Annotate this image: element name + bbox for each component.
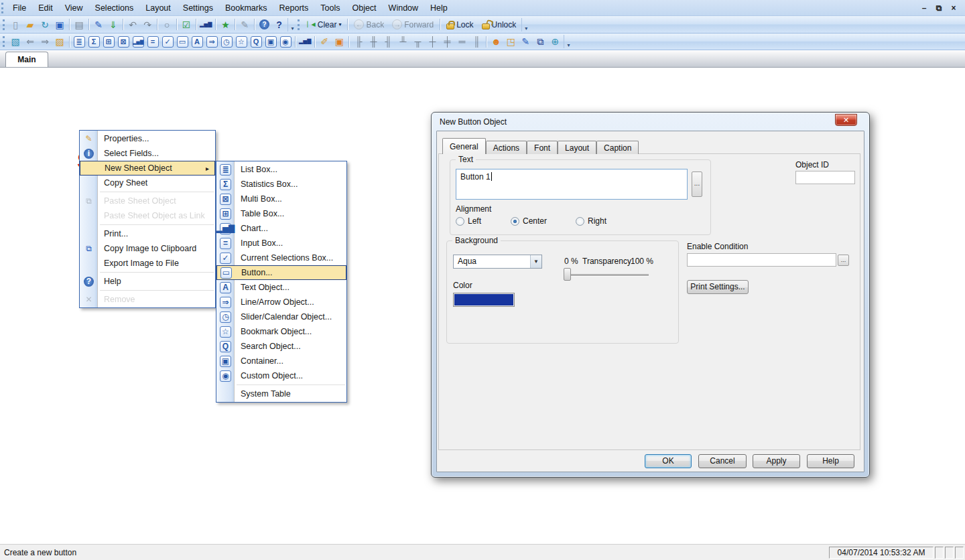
create-text-object-button[interactable]: A — [190, 35, 204, 48]
tab-actions[interactable]: Actions — [486, 141, 527, 154]
menu-properties[interactable]: ✎Properties... — [80, 131, 215, 146]
tab-general[interactable]: General — [442, 138, 486, 154]
add-bookmark-button[interactable]: ★ — [218, 18, 233, 31]
menu-help[interactable]: ?Help — [80, 274, 215, 289]
enable-condition-expression-button[interactable]: ... — [838, 255, 849, 266]
save-button[interactable]: ▣ — [52, 18, 67, 31]
dialog-close-button[interactable]: ✕ — [835, 114, 857, 126]
sheet-tab-main[interactable]: Main — [5, 52, 48, 67]
context-help-button[interactable]: ? — [271, 18, 286, 31]
submenu-line-arrow-object[interactable]: ⇒Line/Arrow Object... — [216, 295, 346, 309]
clear-button[interactable]: ▏◀Clear▾ — [303, 18, 345, 31]
text-expression-button[interactable]: ... — [692, 171, 702, 197]
submenu-list-box[interactable]: ≣List Box... — [216, 162, 346, 177]
create-table-box-button[interactable]: ⊞ — [101, 35, 116, 48]
remove-sheet-button[interactable]: ▨ — [52, 35, 67, 48]
submenu-system-table[interactable]: System Table — [216, 387, 346, 401]
chart-wizard-button[interactable]: ▂▅▇ — [298, 35, 312, 48]
menu-copy-image-to-clipboard[interactable]: ⧉Copy Image to Clipboard — [80, 241, 215, 256]
format-painter-button[interactable]: ✐ — [317, 35, 332, 48]
create-chart-button[interactable]: ▂▅▇ — [131, 35, 145, 48]
submenu-multi-box[interactable]: ⊠Multi Box... — [216, 192, 346, 206]
help-button[interactable]: Help — [807, 454, 854, 468]
submenu-slider-calendar-object[interactable]: ◷Slider/Calendar Object... — [216, 309, 346, 324]
notes-button[interactable]: ✎ — [237, 18, 252, 31]
quick-chart-button[interactable]: ▂▅▇ — [198, 18, 213, 31]
toolbar-overflow-chevron[interactable]: ▾ — [521, 18, 530, 31]
sheet-properties-button[interactable]: ✎ — [518, 35, 533, 48]
add-sheet-button[interactable]: ▧ — [8, 35, 23, 48]
webview-button[interactable]: ⊕ — [548, 35, 562, 48]
user-preferences-button[interactable]: ☻ — [489, 35, 503, 48]
alignment-left-radio[interactable]: Left — [456, 216, 481, 226]
menu-bookmarks[interactable]: Bookmarks — [219, 0, 273, 16]
edit-script-button[interactable]: ✎ — [91, 18, 106, 31]
submenu-input-box[interactable]: =Input Box... — [216, 236, 346, 251]
create-button-object-button[interactable]: ▭ — [175, 35, 190, 48]
menu-print[interactable]: Print... — [80, 226, 215, 241]
submenu-statistics-box[interactable]: ΣStatistics Box... — [216, 177, 346, 192]
button-text-input[interactable]: Button 1 — [456, 169, 688, 200]
create-list-box-button[interactable]: ≣ — [72, 35, 86, 48]
create-search-object-button[interactable]: Q — [249, 35, 263, 48]
tab-font[interactable]: Font — [527, 141, 558, 154]
lock-button[interactable]: Lock — [442, 18, 477, 31]
create-multi-box-button[interactable]: ⊠ — [116, 35, 131, 48]
menu-new-sheet-object[interactable]: New Sheet Object▸ — [80, 161, 215, 176]
unlock-button[interactable]: Unlock — [478, 18, 521, 31]
menu-tools[interactable]: Tools — [314, 0, 346, 16]
menu-reports[interactable]: Reports — [273, 0, 315, 16]
create-statistics-box-button[interactable]: Σ — [86, 35, 101, 48]
chevron-down-icon[interactable]: ▼ — [530, 255, 541, 268]
menu-help[interactable]: Help — [424, 0, 454, 16]
alignment-right-radio[interactable]: Right — [576, 216, 606, 226]
menu-view[interactable]: View — [59, 0, 89, 16]
menu-copy-sheet[interactable]: Copy Sheet — [80, 176, 215, 190]
create-custom-object-button[interactable]: ◉ — [278, 35, 293, 48]
menu-window[interactable]: Window — [383, 0, 424, 16]
apply-button[interactable]: Apply — [753, 454, 800, 468]
ok-button[interactable]: OK — [645, 454, 692, 468]
color-swatch[interactable] — [453, 293, 515, 307]
menu-layout[interactable]: Layout — [139, 0, 177, 16]
menu-export-image-to-file[interactable]: Export Image to File — [80, 256, 215, 271]
submenu-chart[interactable]: ▂▅▇Chart... — [216, 221, 346, 236]
close-button[interactable]: × — [946, 3, 961, 13]
background-dropdown[interactable]: Aqua ▼ — [453, 255, 542, 269]
submenu-container[interactable]: ▣Container... — [216, 354, 346, 368]
minimize-button[interactable]: – — [917, 3, 931, 13]
enable-condition-input[interactable] — [687, 253, 836, 267]
create-input-box-button[interactable]: = — [145, 35, 160, 48]
help-button[interactable]: ? — [257, 18, 271, 31]
submenu-text-object[interactable]: AText Object... — [216, 280, 346, 295]
toolbar-overflow-chevron[interactable]: ▾ — [287, 18, 296, 31]
toolbar-overflow-chevron[interactable]: ▾ — [564, 35, 572, 48]
create-slider-button[interactable]: ◷ — [219, 35, 234, 48]
submenu-bookmark-object[interactable]: ☆Bookmark Object... — [216, 324, 346, 339]
transparency-slider-handle[interactable] — [564, 268, 571, 281]
create-line-arrow-button[interactable]: ⇒ — [204, 35, 219, 48]
document-properties-button[interactable]: ◳ — [503, 35, 518, 48]
current-selections-button[interactable]: ☑ — [179, 18, 194, 31]
menu-object[interactable]: Object — [346, 0, 382, 16]
menu-settings[interactable]: Settings — [177, 0, 219, 16]
menu-edit[interactable]: Edit — [32, 0, 59, 16]
create-current-selections-box-button[interactable]: ✓ — [160, 35, 175, 48]
design-grid-button[interactable]: ▣ — [332, 35, 346, 48]
tab-layout[interactable]: Layout — [558, 141, 596, 154]
submenu-table-box[interactable]: ⊞Table Box... — [216, 206, 346, 221]
object-id-input[interactable] — [795, 171, 855, 184]
transparency-slider-track[interactable] — [565, 274, 649, 276]
alignment-center-radio[interactable]: Center — [511, 216, 547, 226]
create-container-button[interactable]: ▣ — [263, 35, 278, 48]
tab-caption[interactable]: Caption — [596, 141, 639, 154]
submenu-custom-object[interactable]: ◉Custom Object... — [216, 368, 346, 383]
submenu-current-selections-box[interactable]: ✓Current Selections Box... — [216, 251, 346, 265]
reload-data-button[interactable]: ⇓ — [106, 18, 121, 31]
menu-file[interactable]: File — [7, 0, 32, 16]
create-bookmark-object-button[interactable]: ☆ — [234, 35, 249, 48]
open-button[interactable]: ▰ — [23, 18, 38, 31]
restore-button[interactable]: ⧉ — [931, 3, 946, 13]
menu-selections[interactable]: Selections — [89, 0, 140, 16]
print-settings-button[interactable]: Print Settings... — [687, 280, 749, 294]
